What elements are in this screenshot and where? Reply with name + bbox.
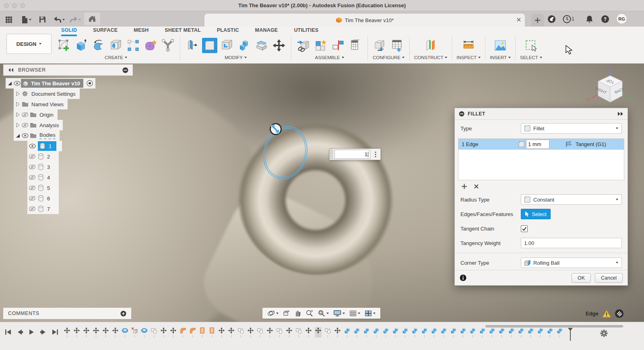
eye-off-icon[interactable] (28, 175, 36, 180)
timeline-feature-combine[interactable] (431, 327, 438, 338)
timeline-feature-copy-body[interactable] (276, 327, 283, 338)
split-body-button[interactable] (254, 38, 269, 53)
browser-node-origin[interactable]: Origin (14, 109, 58, 120)
timeline-feature-combine[interactable] (547, 327, 553, 338)
timeline-feature-combine[interactable] (479, 327, 486, 338)
go-to-start-button[interactable] (5, 329, 12, 336)
dock-panel-icon[interactable] (617, 111, 623, 116)
notifications-button[interactable] (586, 15, 593, 25)
timeline-feature-move[interactable] (218, 327, 225, 338)
create-sketch-button[interactable] (56, 38, 72, 53)
eye-icon[interactable] (28, 144, 36, 148)
play-button[interactable] (28, 329, 35, 336)
timeline-feature-combine[interactable] (421, 327, 428, 338)
zoom-button[interactable] (304, 308, 315, 319)
browser-body-row-5[interactable]: 5 (27, 183, 59, 193)
timeline-feature-move[interactable] (286, 327, 293, 338)
group-label-create[interactable]: CREATE (105, 55, 127, 60)
eye-off-icon[interactable] (28, 206, 36, 212)
step-back-button[interactable] (17, 329, 23, 336)
eye-off-icon[interactable] (28, 164, 36, 170)
fillet-button[interactable] (202, 38, 217, 53)
timeline-feature-combine[interactable] (411, 327, 418, 338)
timeline-feature-copy-body[interactable] (295, 327, 302, 338)
expand-chevron-icon[interactable] (6, 81, 13, 86)
browser-node-named-views[interactable]: Named Views (14, 99, 68, 109)
group-label-assemble[interactable]: ASSEMBLE (315, 55, 344, 60)
info-icon[interactable] (460, 274, 466, 281)
ribbon-tab-manage[interactable]: MANAGE (255, 27, 278, 36)
collapsed-chevron-icon[interactable] (14, 91, 21, 96)
timeline-feature-copy-body[interactable] (324, 327, 331, 338)
browser-body-row-6[interactable]: 6 (27, 193, 59, 204)
go-to-end-button[interactable] (52, 329, 58, 336)
tangency-weight-input[interactable] (521, 238, 622, 248)
generative-button[interactable] (160, 38, 175, 53)
timeline-feature-combine[interactable] (353, 327, 360, 338)
timeline-feature-pattern[interactable] (208, 327, 215, 338)
help-button[interactable]: ? (601, 15, 609, 25)
eye-icon[interactable] (21, 133, 29, 138)
insert-derive-button[interactable] (296, 38, 311, 53)
home-view-button[interactable] (84, 12, 100, 25)
configuration-table-button[interactable] (390, 38, 405, 53)
collapsed-chevron-icon[interactable] (14, 112, 21, 117)
browser-node-document-settings[interactable]: Document Settings (14, 89, 80, 99)
user-avatar[interactable]: RG (616, 13, 627, 24)
timeline-feature-combine[interactable] (450, 327, 457, 338)
timeline-feature-combine[interactable] (344, 327, 351, 338)
extensions-button[interactable] (547, 15, 556, 25)
timeline-feature-move[interactable] (228, 327, 235, 338)
timeline-feature-move[interactable] (64, 327, 70, 338)
warning-icon[interactable] (602, 310, 611, 318)
shell-button[interactable] (219, 38, 235, 53)
timeline-feature-copy-body[interactable] (257, 327, 264, 338)
collapsed-chevron-icon[interactable] (14, 102, 21, 107)
configurations-table-button[interactable] (348, 38, 363, 53)
body-item[interactable]: 2 (38, 153, 53, 160)
fit-button[interactable] (316, 308, 330, 319)
timeline-feature-pattern[interactable] (199, 327, 206, 338)
revolve-button[interactable] (91, 38, 106, 53)
collapse-panel-icon[interactable] (8, 68, 14, 72)
timeline-feature-move[interactable] (102, 327, 109, 338)
timeline-feature-torus[interactable] (122, 327, 128, 338)
timeline-position-marker[interactable] (568, 327, 573, 341)
configure-component-button[interactable] (372, 38, 388, 53)
ribbon-tab-sheet-metal[interactable]: SHEET METAL (165, 27, 200, 36)
form-button[interactable] (143, 38, 158, 53)
timeline-feature-move[interactable] (73, 327, 80, 338)
timeline-feature-torus[interactable] (141, 327, 148, 338)
selection-filter-icon[interactable] (615, 309, 624, 318)
workspace-selector[interactable]: DESIGN (6, 34, 52, 54)
eye-off-icon[interactable] (21, 122, 29, 128)
radius-type-dropdown[interactable]: Constant (521, 194, 622, 205)
browser-body-row-1[interactable]: 1 (27, 141, 62, 151)
move-copy-button[interactable] (271, 38, 287, 53)
browser-node-analysis[interactable]: Analysis (14, 120, 63, 130)
root-component[interactable]: Tim The Beaver v10 (21, 79, 83, 88)
eye-off-icon[interactable] (21, 112, 29, 117)
redo-button[interactable] (68, 15, 83, 24)
timeline-feature-move[interactable] (160, 327, 167, 338)
browser-body-row-2[interactable]: 2 (27, 151, 59, 162)
cancel-button[interactable]: Cancel (595, 273, 623, 283)
timeline-feature-move[interactable] (266, 327, 273, 338)
edge-radius-input[interactable] (526, 140, 549, 149)
browser-body-row-3[interactable]: 3 (27, 162, 59, 172)
version-history-button[interactable] (563, 15, 571, 25)
ribbon-tab-mesh[interactable]: MESH (134, 27, 149, 36)
browser-body-row-4[interactable]: 4 (27, 172, 59, 183)
timeline-feature-combine[interactable] (498, 327, 505, 338)
display-settings-button[interactable] (332, 308, 347, 319)
timeline-feature-copy-body[interactable] (237, 327, 244, 338)
body-item[interactable]: 4 (38, 174, 53, 181)
body-item[interactable]: 3 (38, 164, 53, 170)
body-item[interactable]: 1 (38, 141, 56, 151)
browser-body-row-7[interactable]: 7 (27, 204, 59, 214)
timeline-feature-combine[interactable] (382, 327, 389, 338)
timeline-feature-copy-body[interactable] (151, 327, 157, 338)
ok-button[interactable]: OK (572, 273, 591, 283)
group-label-construct[interactable]: CONSTRUCT (414, 55, 447, 60)
edge-set-row[interactable]: 1 Edge Tangent (G1) (458, 139, 624, 150)
